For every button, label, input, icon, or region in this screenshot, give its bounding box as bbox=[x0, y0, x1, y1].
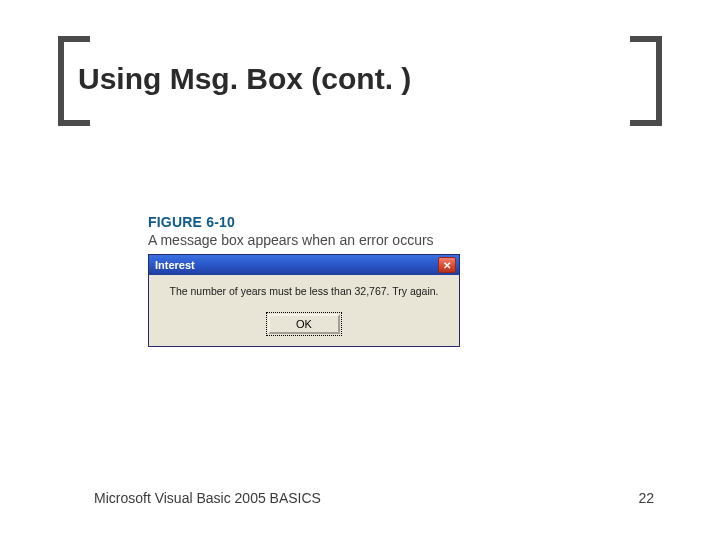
dialog-titlebar[interactable]: Interest ✕ bbox=[149, 255, 459, 275]
figure: FIGURE 6-10 A message box appears when a… bbox=[148, 214, 508, 347]
close-button[interactable]: ✕ bbox=[438, 257, 456, 273]
dialog-title: Interest bbox=[155, 259, 195, 271]
dialog-message: The number of years must be less than 32… bbox=[159, 285, 449, 298]
close-icon: ✕ bbox=[443, 260, 451, 271]
footer-text: Microsoft Visual Basic 2005 BASICS bbox=[94, 490, 321, 506]
dialog-button-row: OK bbox=[149, 308, 459, 346]
page-number: 22 bbox=[638, 490, 654, 506]
figure-caption: A message box appears when an error occu… bbox=[148, 232, 508, 248]
ok-button-focus-ring: OK bbox=[266, 312, 342, 336]
dialog-body: The number of years must be less than 32… bbox=[149, 275, 459, 308]
slide-title: Using Msg. Box (cont. ) bbox=[78, 62, 411, 96]
message-box-dialog: Interest ✕ The number of years must be l… bbox=[148, 254, 460, 347]
figure-number: FIGURE 6-10 bbox=[148, 214, 508, 230]
ok-button[interactable]: OK bbox=[268, 314, 340, 334]
slide: Using Msg. Box (cont. ) FIGURE 6-10 A me… bbox=[0, 0, 720, 540]
bracket-right bbox=[630, 36, 662, 126]
